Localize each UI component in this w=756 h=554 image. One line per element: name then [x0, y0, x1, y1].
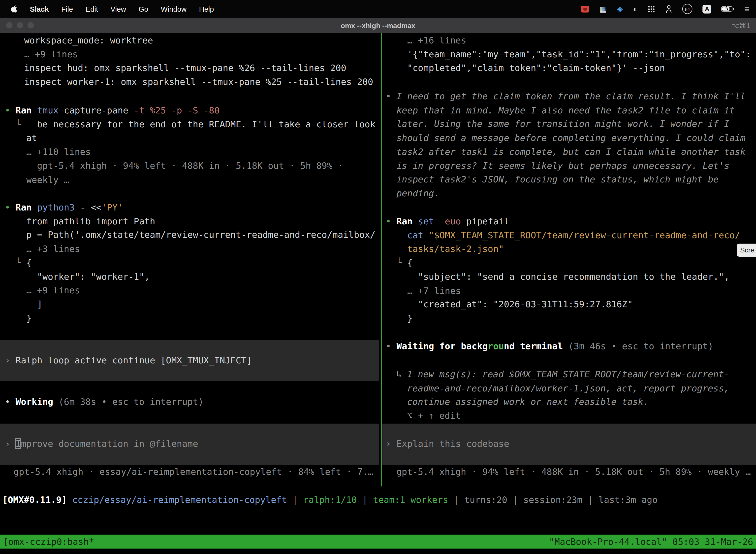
terminal-line: … +7 lines [386, 284, 740, 298]
menu-item-window[interactable]: Window [161, 5, 187, 13]
terminal-line: • Waiting for background terminal (3m 46… [386, 340, 713, 354]
terminal-line: • I need to get the claim token from the… [386, 90, 746, 104]
terminal-line: } [5, 312, 375, 325]
spark-app-icon[interactable]: ◈ [617, 5, 623, 13]
terminal-line: weekly … [5, 173, 375, 187]
count-badge-icon[interactable]: 61 [683, 4, 693, 14]
terminal-line: workspace_mode: worktree [24, 34, 373, 48]
terminal-line: readme-and-reco/mailbox/worker-1.json, a… [396, 382, 729, 395]
terminal-line: … +3 lines [5, 242, 375, 256]
terminal-line: "created_at": "2026-03-31T11:59:27.816Z" [386, 298, 740, 312]
tmux-pane-divider[interactable] [381, 33, 382, 486]
right-thinking-block: • I need to get the claim token from the… [386, 90, 746, 201]
left-model-status-line: gpt-5.4 xhigh · essay/ai-reimplementatio… [13, 465, 373, 479]
terminal-line: gpt-5.4 xhigh · essay/ai-reimplementatio… [13, 465, 373, 479]
person-icon[interactable] [666, 4, 673, 13]
circle-app-icon[interactable]: ◐ [633, 5, 638, 13]
left-ran-tmux-block: • Ran tmux capture-pane -t %25 -p -S -80… [5, 104, 375, 187]
terminal-line: continue assigned work or next feasible … [396, 395, 729, 409]
left-ran-python-block: • Ran python3 - <<'PY' from pathlib impo… [5, 201, 375, 325]
terminal-line: └ { [5, 256, 375, 270]
right-prompt-input[interactable]: › Explain this codebase [382, 424, 756, 465]
right-json-output: … +16 lines '{"team_name":"my-team","tas… [386, 34, 751, 75]
screen-recording-indicator-icon[interactable] [581, 5, 589, 12]
terminal-line: • Ran tmux capture-pane -t %25 -p -S -80 [5, 104, 375, 118]
terminal-line: inspect task2's JSON, focusing on the st… [386, 173, 746, 187]
omx-hud-status-line: [OMX#0.11.9] cczip/essay/ai-reimplementa… [2, 493, 658, 507]
menu-item-file[interactable]: File [61, 5, 73, 13]
terminal-line: ⌥ + ↑ edit [396, 409, 729, 423]
tmux-session-window[interactable]: [omx-cczip0:bash* [3, 537, 94, 547]
menu-item-go[interactable]: Go [139, 5, 148, 13]
window-grid-icon[interactable]: ▦ [600, 5, 607, 13]
terminal-line: task2 after task1 is complete, but can I… [386, 145, 746, 159]
terminal-line: › Ralph loop active continue [OMX_TMUX_I… [5, 354, 252, 368]
terminal-line: } [386, 312, 740, 326]
left-config-output: workspace_mode: worktree… +9 linesinspec… [24, 34, 373, 89]
terminal-line: is in progress? It seems likely but perh… [386, 159, 746, 173]
terminal-line: ↳ 1 new msg(s): read $OMX_TEAM_STATE_ROO… [396, 368, 729, 382]
tmux-status-bar: [omx-cczip0:bash* "MacBook-Pro-44.local"… [0, 535, 756, 549]
menu-item-edit[interactable]: Edit [85, 5, 98, 13]
terminal-line: … +9 lines [24, 48, 373, 62]
terminal-line: from pathlib import Path [5, 214, 375, 228]
window-shortcut-hint: ⌥⌘1 [731, 21, 750, 29]
terminal-line: └ { [386, 256, 740, 270]
waiting-status-line: • Waiting for background terminal (3m 46… [386, 340, 713, 354]
left-prompt-input[interactable]: › Improve documentation in @filename [0, 424, 379, 465]
menu-app-name[interactable]: Slack [30, 5, 49, 13]
list-lines-icon[interactable]: ≡ [744, 4, 749, 13]
terminal-line: › Improve documentation in @filename [5, 437, 198, 451]
apple-menu-icon[interactable] [11, 5, 17, 13]
right-ran-set-block: • Ran set -euo pipefail cat "$OMX_TEAM_S… [386, 215, 740, 325]
input-source-icon[interactable]: A [703, 4, 711, 13]
terminal-line: └ be necessary for the end of the README… [5, 118, 375, 131]
window-title: omx --xhigh --madmax [0, 21, 756, 29]
terminal-line: inspect_worker-1: omx sparkshell --tmux-… [24, 75, 373, 89]
terminal-line: p = Path('.omx/state/team/review-current… [5, 228, 375, 242]
battery-icon[interactable]: ϟ [721, 6, 734, 12]
terminal-line: keep that in mind. Maybe I also need the… [386, 104, 746, 117]
terminal-line: cat "$OMX_TEAM_STATE_ROOT/team/review-cu… [386, 229, 740, 242]
charging-bolt-icon: ϟ [726, 5, 729, 12]
terminal-line: … +16 lines [386, 34, 751, 48]
right-model-status-line: gpt-5.4 xhigh · 94% left · 488K in · 5.1… [396, 465, 751, 479]
terminal-line: [OMX#0.11.9] cczip/essay/ai-reimplementa… [2, 493, 658, 507]
mailbox-message-block: ↳ 1 new msg(s): read $OMX_TEAM_STATE_ROO… [396, 368, 729, 423]
terminal-line: tasks/task-2.json" [386, 242, 740, 257]
terminal-line: '{"team_name":"my-team","task_id":"1","f… [386, 48, 751, 62]
window-title-bar[interactable]: omx --xhigh --madmax ⌥⌘1 [0, 18, 756, 33]
screen: Slack File Edit View Go Window Help ▦ ◈ … [0, 0, 756, 554]
terminal-line: • Working (6m 38s • esc to interrupt) [5, 395, 203, 409]
terminal-line: pending. [386, 187, 746, 201]
terminal-line: › Explain this codebase [386, 437, 509, 451]
terminal-line: • Ran python3 - <<'PY' [5, 201, 375, 215]
ralph-inject-banner[interactable]: › Ralph loop active continue [OMX_TMUX_I… [0, 340, 379, 381]
menu-item-view[interactable]: View [111, 5, 126, 13]
menu-bar-left: Slack File Edit View Go Window Help [0, 5, 214, 13]
apps-grid-icon[interactable] [648, 5, 655, 13]
menu-bar-status-icons: ▦ ◈ ◐ 61 A ϟ ≡ [581, 4, 756, 14]
screen-share-tooltip: Scre [737, 244, 756, 257]
menu-item-help[interactable]: Help [199, 5, 214, 13]
terminal-line: • Ran set -euo pipefail [386, 215, 740, 229]
terminal-line: … +9 lines [5, 284, 375, 297]
terminal-line: "worker": "worker-1", [5, 270, 375, 284]
terminal-line: … +110 lines [5, 145, 375, 159]
terminal-line: "subject": "send a concise recommendatio… [386, 270, 740, 284]
working-status-line: • Working (6m 38s • esc to interrupt) [5, 395, 203, 409]
terminal-line: gpt-5.4 xhigh · 94% left · 488K in · 5.1… [5, 159, 375, 173]
terminal-line: should send a message before completing … [386, 131, 746, 145]
macos-menu-bar: Slack File Edit View Go Window Help ▦ ◈ … [0, 0, 756, 18]
tmux-host-clock: "MacBook-Pro-44.local" 05:03 31-Mar-26 [549, 537, 753, 547]
terminal-line: at [5, 131, 375, 146]
terminal-line: later. Using the same for transition mig… [386, 117, 746, 131]
terminal-line: ] [5, 297, 375, 312]
terminal-line: "completed","claim_token":"claim-token"}… [386, 62, 751, 75]
terminal-line: gpt-5.4 xhigh · 94% left · 488K in · 5.1… [396, 465, 751, 479]
terminal-line: inspect_hud: omx sparkshell --tmux-pane … [24, 62, 373, 75]
